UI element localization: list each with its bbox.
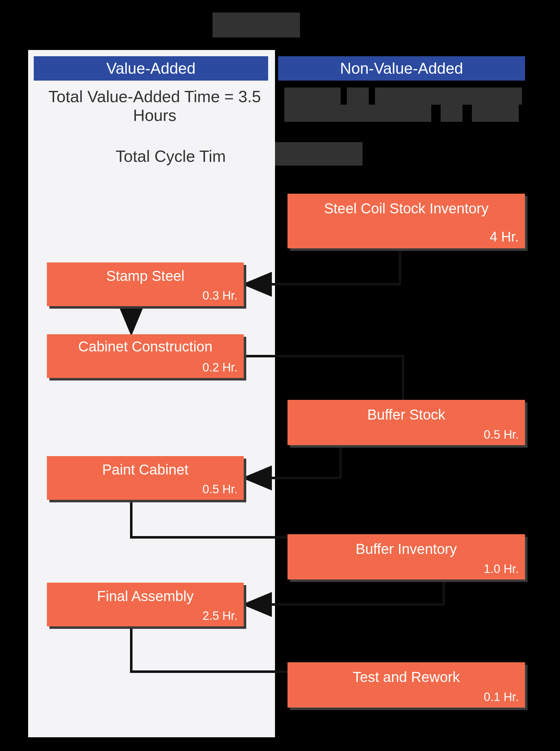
diagram-panel: Value-Added Non-Value-Added Total Value-… — [28, 50, 528, 737]
box-label: Paint Cabinet — [47, 462, 244, 478]
box-label: Stamp Steel — [47, 268, 244, 284]
box-buffer-inventory: Buffer Inventory 1.0 Hr. — [287, 534, 525, 580]
box-time: 2.5 Hr. — [202, 609, 238, 623]
box-stamp-steel: Stamp Steel 0.3 Hr. — [47, 262, 244, 306]
box-label: Buffer Inventory — [287, 541, 525, 557]
box-test-and-rework: Test and Rework 0.1 Hr. — [287, 662, 525, 708]
box-final-assembly: Final Assembly 2.5 Hr. — [47, 583, 244, 626]
summary-total-cycle: Total Cycle Tim — [116, 147, 226, 166]
summary-value-added: Total Value-Added Time = 3.5 Hours — [41, 87, 269, 125]
box-cabinet-construction: Cabinet Construction 0.2 Hr. — [47, 334, 244, 378]
diagram-canvas: Value-Added Non-Value-Added Total Value-… — [0, 0, 560, 751]
obscured-header-block — [213, 13, 300, 38]
column-header-value-added: Value-Added — [34, 56, 268, 81]
obscured-summary-right — [284, 87, 522, 141]
obscured-total-cycle-value — [275, 142, 362, 166]
column-header-non-value-added: Non-Value-Added — [278, 56, 525, 81]
box-time: 0.2 Hr. — [202, 361, 238, 374]
box-label: Buffer Stock — [287, 407, 525, 423]
box-label: Steel Coil Stock Inventory — [287, 201, 525, 217]
box-label: Test and Rework — [287, 669, 525, 685]
box-time: 0.3 Hr. — [202, 289, 238, 302]
box-time: 1.0 Hr. — [484, 562, 519, 576]
box-label: Final Assembly — [47, 588, 244, 604]
box-time: 0.5 Hr. — [484, 428, 519, 441]
box-paint-cabinet: Paint Cabinet 0.5 Hr. — [47, 456, 244, 500]
box-buffer-stock: Buffer Stock 0.5 Hr. — [287, 400, 525, 445]
box-steel-coil-stock-inventory: Steel Coil Stock Inventory 4 Hr. — [287, 194, 525, 248]
box-time: 0.1 Hr. — [484, 690, 519, 704]
box-time: 4 Hr. — [490, 229, 519, 245]
box-label: Cabinet Construction — [47, 339, 244, 354]
box-time: 0.5 Hr. — [202, 483, 238, 496]
